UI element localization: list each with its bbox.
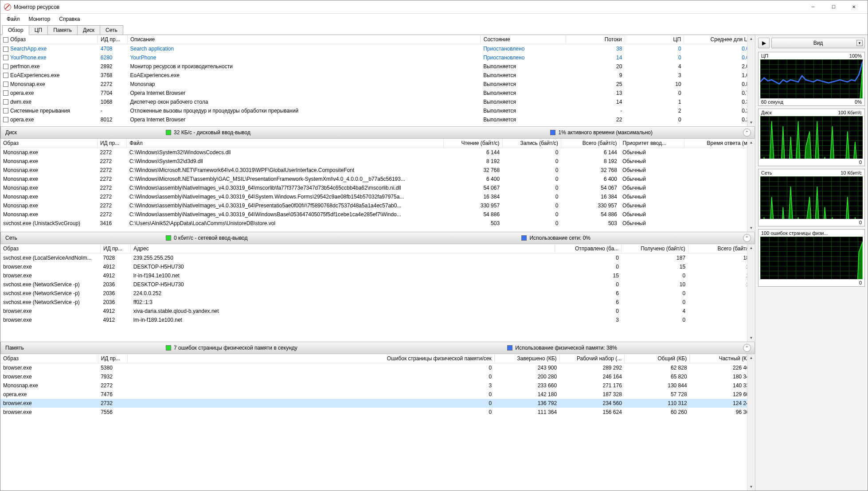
menu-help[interactable]: Справка (55, 15, 83, 23)
maximize-button[interactable]: ☐ (823, 1, 844, 13)
table-row[interactable]: EoAExperiences.exe3768EoAExperiences.exe… (0, 71, 755, 80)
collapse-button[interactable]: ⌃ (743, 129, 751, 136)
checkbox[interactable] (3, 90, 8, 96)
table-row[interactable]: Monosnap.exe2272C:\Windows\System32\Wind… (0, 148, 755, 157)
table-row[interactable]: opera.exe8012Opera Internet BrowserВыпол… (0, 115, 755, 124)
checkbox[interactable] (3, 47, 8, 52)
table-row[interactable]: Monosnap.exe2272C:\Windows\assembly\Nati… (0, 192, 755, 201)
table-row[interactable]: svchost.exe (NetworkService -p)2036DESKT… (0, 280, 755, 289)
checkbox[interactable] (3, 64, 8, 69)
scroll-down-icon[interactable]: ▼ (748, 483, 755, 490)
tab-memory[interactable]: Память (47, 25, 78, 35)
disk-stat1: 32 КБ/с - дисковый ввод-вывод (174, 129, 250, 136)
chart-cpu: ЦП100% 60 секунд0% (758, 52, 865, 106)
table-row[interactable]: opera.exe7704Opera Internet BrowserВыпол… (0, 89, 755, 97)
checkbox-header[interactable] (3, 37, 8, 43)
app-icon (4, 4, 11, 11)
menu-monitor[interactable]: Монитор (25, 15, 54, 23)
tab-network[interactable]: Сеть (100, 25, 123, 35)
table-row[interactable]: svchost.exe (NetworkService -p)2036224.0… (0, 289, 755, 298)
table-row[interactable]: browser.exe27320136 792234 560110 312124… (0, 399, 755, 408)
disk-section-header[interactable]: Диск 32 КБ/с - дисковый ввод-вывод 1% ак… (0, 126, 755, 139)
side-collapse-button[interactable]: ▶ (758, 38, 770, 48)
titlebar[interactable]: Монитор ресурсов ─ ☐ ✕ (0, 0, 868, 14)
table-row[interactable]: perfmon.exe2892Монитор ресурсов и произв… (0, 62, 755, 71)
green-box-icon (166, 235, 171, 241)
checkbox[interactable] (3, 108, 8, 113)
disk-header-row[interactable]: Образ ИД пр... Файл Чтение (байт/с) Запи… (0, 139, 755, 148)
memory-section-header[interactable]: Память 7 ошибок страницы физической памя… (0, 342, 755, 354)
menu-file[interactable]: Файл (3, 15, 23, 23)
side-pane: ▶ Вид ▼ ЦП100% 60 секунд0% Диск100 Кбит/… (755, 35, 868, 491)
table-row[interactable]: Monosnap.exe2272C:\Windows\assembly\Nati… (0, 210, 755, 219)
view-dropdown[interactable]: Вид ▼ (771, 38, 865, 48)
table-row[interactable]: browser.exe53800243 900289 29262 828226 … (0, 363, 755, 372)
table-row[interactable]: Monosnap.exe2272C:\Windows\Microsoft.NET… (0, 175, 755, 183)
table-row[interactable]: Monosnap.exe2272MonosnapВыполняется25100… (0, 80, 755, 89)
table-row[interactable]: Monosnap.exe2272C:\Windows\assembly\Nati… (0, 201, 755, 210)
table-row[interactable]: Monosnap.exe22723233 660271 176130 84414… (0, 381, 755, 390)
checkbox[interactable] (3, 82, 8, 87)
net-header-row[interactable]: Образ ИД пр... Адрес Отправлено (ба... П… (0, 244, 755, 253)
mem-header-row[interactable]: Образ ИД пр... Ошибок страницы физическо… (0, 354, 755, 363)
scroll-up-icon[interactable]: ▲ (748, 245, 755, 251)
scroll-down-icon[interactable]: ▼ (748, 119, 755, 126)
scroll-down-icon[interactable]: ▼ (748, 225, 755, 231)
minimize-button[interactable]: ─ (803, 1, 823, 13)
tab-cpu[interactable]: ЦП (29, 25, 48, 35)
app-window: Монитор ресурсов ─ ☐ ✕ Файл Монитор Спра… (0, 0, 868, 491)
chevron-down-icon: ▼ (856, 40, 863, 46)
scroll-up-icon[interactable]: ▲ (748, 139, 755, 146)
table-row[interactable]: browser.exe4912lm-in-f189.1e100.net303 (0, 316, 755, 324)
tab-disk[interactable]: Диск (77, 25, 100, 35)
table-row[interactable]: svchost.exe (NetworkService -p)2036ff02:… (0, 298, 755, 307)
table-row[interactable]: browser.exe4912xiva-daria.stable.qloud-b… (0, 307, 755, 316)
cpu-grid: ▲ ▼ Образ ИД пр... Описание Состояние По… (0, 35, 755, 126)
collapse-button[interactable]: ⌃ (743, 344, 751, 352)
menubar: Файл Монитор Справка (0, 14, 868, 24)
table-row[interactable]: Monosnap.exe2272C:\Windows\assembly\Nati… (0, 183, 755, 192)
col-threads[interactable]: Потоки (566, 35, 625, 44)
close-button[interactable]: ✕ (844, 1, 864, 13)
table-row[interactable]: svchost.exe (UnistackSvcGroup)3416C:\Use… (0, 219, 755, 228)
network-section-header[interactable]: Сеть 0 кбит/c - сетевой ввод-вывод Испол… (0, 232, 755, 244)
table-row[interactable]: dwm.exe1068Диспетчер окон рабочего стола… (0, 97, 755, 106)
tabbar: Обзор ЦП Память Диск Сеть (0, 24, 868, 35)
table-row[interactable]: browser.exe4912DESKTOP-H5HU73001515 (0, 262, 755, 271)
cpu-header-row[interactable]: Образ ИД пр... Описание Состояние Потоки… (0, 35, 755, 44)
col-pid[interactable]: ИД пр... (98, 35, 128, 44)
col-image: Образ (10, 36, 26, 43)
collapse-button[interactable]: ⌃ (743, 234, 751, 242)
table-row[interactable]: browser.exe79320200 280246 16465 820180 … (0, 372, 755, 381)
scroll-up-icon[interactable]: ▲ (748, 35, 755, 42)
col-status[interactable]: Состояние (481, 35, 566, 44)
col-avgcpu[interactable]: Среднее для ЦП (684, 35, 755, 44)
blue-box-icon (507, 345, 512, 351)
tab-overview[interactable]: Обзор (2, 25, 29, 35)
table-row[interactable]: browser.exe75560111 364156 62460 26096 3… (0, 408, 755, 417)
mem-title: Память (5, 345, 160, 351)
view-label: Вид (813, 40, 823, 46)
table-row[interactable]: SearchApp.exe4708Search applicationПриос… (0, 44, 755, 53)
chart-disk: Диск100 Кбит/с 0 (758, 109, 865, 166)
col-desc[interactable]: Описание (127, 35, 481, 44)
mem-grid: ▲ ▼ Образ ИД пр... Ошибок страницы физич… (0, 354, 755, 491)
table-row[interactable]: Monosnap.exe2272C:\Windows\System32\d3d9… (0, 157, 755, 166)
table-row[interactable]: svchost.exe (LocalServiceAndNoIm...70282… (0, 253, 755, 262)
checkbox[interactable] (3, 99, 8, 105)
table-row[interactable]: YourPhone.exe6280YourPhoneПриостановлено… (0, 53, 755, 62)
table-row[interactable]: browser.exe4912lr-in-f194.1e100.net15015 (0, 271, 755, 280)
checkbox[interactable] (3, 55, 8, 60)
checkbox[interactable] (3, 73, 8, 78)
scroll-down-icon[interactable]: ▼ (748, 335, 755, 341)
scroll-up-icon[interactable]: ▲ (748, 355, 755, 361)
net-stat1: 0 кбит/c - сетевой ввод-вывод (174, 235, 248, 241)
net-title: Сеть (5, 235, 160, 241)
checkbox[interactable] (3, 117, 8, 122)
table-row[interactable]: opera.exe74760142 180187 32857 728129 60… (0, 390, 755, 399)
disk-grid: ▲ ▼ Образ ИД пр... Файл Чтение (байт/с) … (0, 139, 755, 232)
table-row[interactable]: Monosnap.exe2272C:\Windows\Microsoft.NET… (0, 166, 755, 175)
table-row[interactable]: Системные прерывания-Отложенные вызовы п… (0, 106, 755, 115)
chart-network: Сеть10 Кбит/с 0 (758, 169, 865, 226)
col-cpu[interactable]: ЦП (625, 35, 684, 44)
